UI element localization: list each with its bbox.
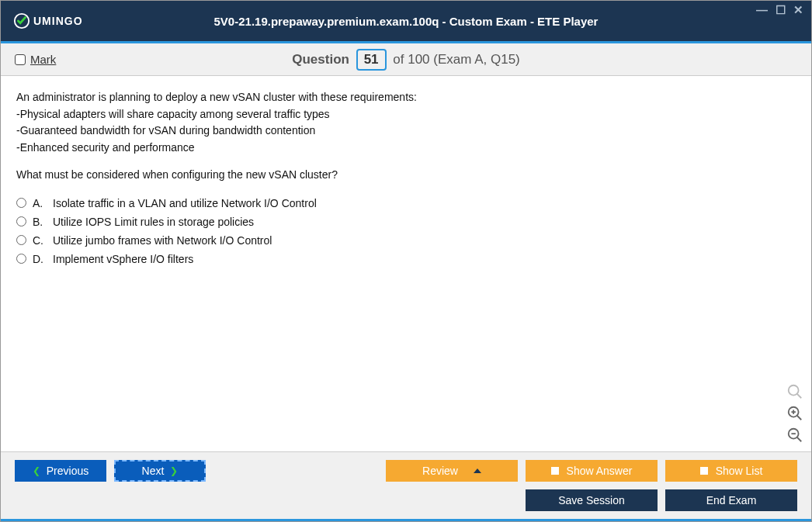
checkbox-icon[interactable] [15, 54, 26, 65]
content-area: An administrator is planning to deploy a… [1, 76, 811, 451]
question-line: -Enhanced security and performance [16, 140, 796, 156]
next-label: Next [142, 465, 165, 477]
question-header: Mark Question 51 of 100 (Exam A, Q15) [1, 43, 811, 76]
answer-text: Implement vSphere I/O filters [53, 253, 193, 265]
answers-list: A. Isolate traffic in a VLAN and utilize… [16, 194, 796, 268]
previous-label: Previous [47, 465, 88, 477]
app-window: UMINGO 5V0-21.19.prepaway.premium.exam.1… [0, 0, 812, 522]
question-line: An administrator is planning to deploy a… [16, 90, 796, 105]
answer-option[interactable]: D. Implement vSphere I/O filters [16, 250, 796, 268]
zoom-in-icon[interactable] [786, 405, 803, 422]
minimize-icon[interactable]: — [756, 4, 768, 16]
logo-check-icon [13, 12, 30, 29]
search-icon[interactable] [786, 383, 803, 400]
question-prompt: What must be considered when configuring… [16, 168, 796, 183]
maximize-icon[interactable]: ☐ [776, 4, 786, 16]
logo: UMINGO [13, 12, 83, 29]
radio-icon[interactable] [16, 216, 26, 226]
svg-line-8 [797, 437, 802, 442]
footer: ❮ Previous Next ❯ Review Show Answer [1, 451, 811, 519]
review-label: Review [422, 465, 458, 477]
radio-icon[interactable] [16, 198, 26, 208]
stop-icon [700, 467, 708, 475]
chevron-right-icon: ❯ [170, 465, 178, 476]
svg-line-2 [797, 394, 802, 399]
radio-icon[interactable] [16, 235, 26, 245]
stop-icon [551, 467, 559, 475]
mark-checkbox[interactable]: Mark [15, 53, 56, 66]
end-exam-label: End Exam [706, 494, 757, 506]
answer-option[interactable]: C. Utilize jumbo frames with Network I/O… [16, 231, 796, 250]
previous-button[interactable]: ❮ Previous [15, 460, 106, 482]
question-counter: Question 51 of 100 (Exam A, Q15) [1, 49, 811, 71]
answer-text: Utilize IOPS Limit rules in storage poli… [53, 216, 254, 228]
svg-line-4 [797, 416, 802, 420]
answer-letter: A. [33, 197, 47, 209]
titlebar: UMINGO 5V0-21.19.prepaway.premium.exam.1… [1, 1, 811, 41]
answer-option[interactable]: B. Utilize IOPS Limit rules in storage p… [16, 213, 796, 231]
question-prefix: Question [292, 52, 349, 67]
save-session-button[interactable]: Save Session [526, 489, 658, 511]
divider [1, 519, 811, 521]
mark-label[interactable]: Mark [30, 53, 56, 66]
triangle-up-icon [474, 468, 481, 473]
answer-letter: B. [33, 216, 47, 228]
question-suffix: of 100 (Exam A, Q15) [393, 52, 519, 67]
window-controls: — ☐ ✕ [756, 4, 803, 16]
radio-icon[interactable] [16, 254, 26, 264]
logo-text: UMINGO [33, 15, 83, 27]
answer-letter: D. [33, 253, 47, 265]
question-line: -Physical adapters will share capacity a… [16, 107, 796, 123]
end-exam-button[interactable]: End Exam [665, 489, 797, 511]
save-session-label: Save Session [558, 494, 625, 506]
answer-text: Isolate traffic in a VLAN and utilize Ne… [53, 197, 317, 209]
show-answer-button[interactable]: Show Answer [526, 460, 658, 482]
zoom-out-icon[interactable] [786, 427, 803, 444]
svg-point-1 [789, 385, 799, 396]
next-button[interactable]: Next ❯ [114, 460, 206, 482]
close-icon[interactable]: ✕ [793, 4, 803, 16]
question-line: -Guaranteed bandwidth for vSAN during ba… [16, 123, 796, 139]
answer-text: Utilize jumbo frames with Network I/O Co… [53, 234, 272, 247]
window-title: 5V0-21.19.prepaway.premium.exam.100q - C… [1, 15, 811, 28]
answer-option[interactable]: A. Isolate traffic in a VLAN and utilize… [16, 194, 796, 213]
review-button[interactable]: Review [386, 460, 518, 482]
question-number: 51 [356, 49, 387, 71]
show-list-label: Show List [716, 465, 763, 477]
show-answer-label: Show Answer [567, 465, 633, 477]
question-text: An administrator is planning to deploy a… [16, 90, 796, 183]
chevron-left-icon: ❮ [33, 465, 40, 476]
zoom-controls [786, 383, 803, 444]
show-list-button[interactable]: Show List [665, 460, 797, 482]
answer-letter: C. [33, 234, 47, 247]
